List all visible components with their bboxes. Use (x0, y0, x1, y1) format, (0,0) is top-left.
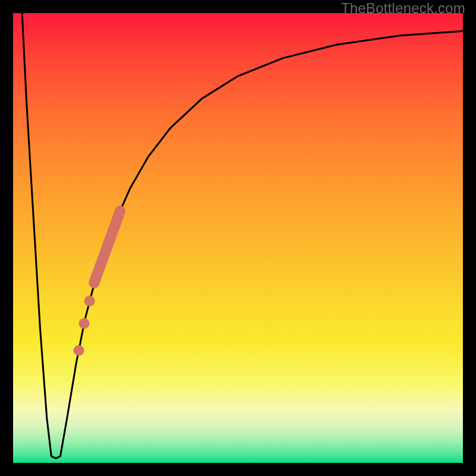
chart-svg (13, 13, 463, 463)
plot-area (13, 13, 463, 463)
highlight-dots (73, 296, 95, 356)
highlight-segment (94, 211, 120, 283)
highlight-dot-1 (79, 318, 89, 329)
highlight-dot-2 (73, 345, 84, 356)
curve-line (22, 13, 463, 458)
chart-frame: TheBottleneck.com (0, 0, 476, 476)
highlight-dot-0 (84, 296, 95, 306)
